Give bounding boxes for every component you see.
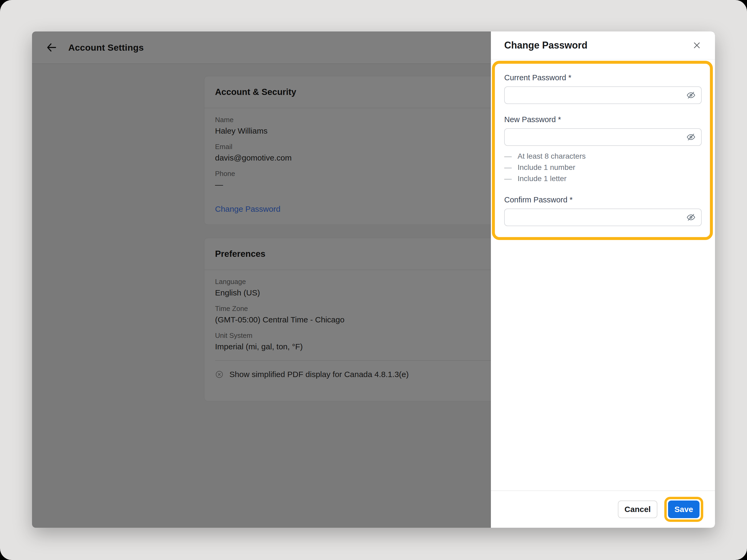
close-icon (692, 40, 702, 50)
save-highlight-annotation: Save (664, 497, 703, 522)
app-window: Account Settings Account & Security Name… (32, 31, 715, 528)
eye-slash-icon (686, 213, 696, 222)
password-hints: — At least 8 characters — Include 1 numb… (504, 151, 702, 184)
hint-dash: — (504, 162, 518, 173)
hint-item: — Include 1 number (504, 162, 702, 173)
close-button[interactable] (691, 39, 703, 51)
eye-slash-icon (686, 132, 696, 142)
hint-text: Include 1 letter (518, 173, 567, 184)
current-password-label: Current Password * (504, 73, 702, 82)
hint-text: At least 8 characters (518, 151, 586, 162)
change-password-drawer: Change Password Current Password * (491, 31, 715, 528)
hint-item: — Include 1 letter (504, 173, 702, 184)
new-password-label: New Password * (504, 115, 702, 124)
drawer-header: Change Password (491, 31, 715, 59)
eye-slash-icon (686, 90, 696, 100)
hint-dash: — (504, 151, 518, 162)
hint-text: Include 1 number (518, 162, 575, 173)
drawer-footer: Cancel Save (491, 490, 715, 528)
hint-item: — At least 8 characters (504, 151, 702, 162)
current-password-input[interactable] (504, 86, 702, 104)
confirm-password-label: Confirm Password * (504, 195, 702, 204)
screen-background: Account Settings Account & Security Name… (0, 0, 747, 560)
hint-dash: — (504, 173, 518, 184)
cancel-button[interactable]: Cancel (618, 501, 658, 518)
new-password-input[interactable] (504, 128, 702, 146)
toggle-visibility-button[interactable] (685, 211, 697, 223)
toggle-visibility-button[interactable] (685, 131, 697, 143)
confirm-password-input[interactable] (504, 209, 702, 226)
toggle-visibility-button[interactable] (685, 89, 697, 101)
drawer-title: Change Password (504, 40, 588, 51)
save-button[interactable]: Save (668, 501, 699, 518)
